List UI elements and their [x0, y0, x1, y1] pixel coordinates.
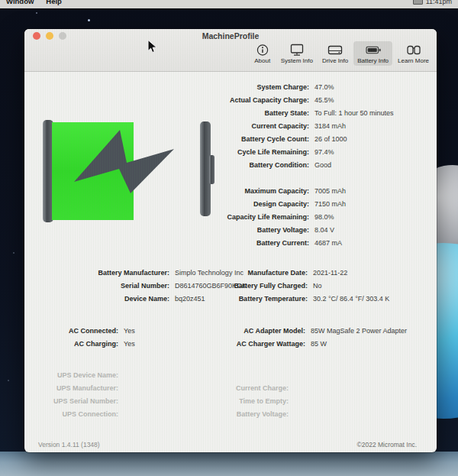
battery-terminal-nub [209, 155, 214, 184]
field-value: 26 of 1000 [314, 135, 347, 143]
field-label: Manufacture Date: [229, 269, 308, 277]
battery-details-section: Battery Manufacturer:Simplo Technology I… [24, 266, 437, 305]
field-label: Battery Voltage: [24, 226, 309, 234]
field-row: Manufacture Date:2021-11-22 [229, 266, 389, 279]
battery-left-cap [43, 120, 53, 222]
field-label: AC Connected: [24, 327, 118, 335]
field-row: Battery Voltage: [214, 407, 294, 420]
menu-item-window[interactable]: Window [6, 0, 34, 5]
toolbar-item-battery-info[interactable]: Battery Info [353, 41, 392, 66]
ac-right: AC Adapter Model:85W MagSafe 2 Power Ada… [214, 324, 407, 350]
version-text: Version 1.4.11 (1348) [38, 441, 100, 448]
field-row: AC Adapter Model:85W MagSafe 2 Power Ada… [214, 324, 407, 337]
field-row: Battery State:To Full: 1 hour 50 minutes [24, 106, 437, 119]
menubar-clock[interactable]: 11:41pm [426, 0, 452, 5]
field-row: AC Charger Wattage:85 W [214, 337, 407, 350]
field-label: AC Charger Wattage: [214, 340, 305, 348]
field-value: 45.5% [314, 96, 334, 104]
binoculars-icon [405, 44, 423, 57]
field-label: Battery Fully Charged: [229, 282, 308, 290]
field-value: bq20z451 [175, 295, 205, 303]
battery-status-icon[interactable] [413, 0, 423, 5]
field-row: System Charge:47.0% [24, 80, 437, 93]
field-label: Battery Current: [24, 239, 309, 247]
field-label: Device Name: [24, 295, 169, 303]
field-row: Current Charge: [214, 381, 294, 394]
field-value: No [313, 282, 322, 290]
field-row: Battery Fully Charged:No [229, 279, 389, 292]
window-header[interactable]: MachineProfile AboutSystem InfoDrive Inf… [24, 29, 437, 72]
field-label: UPS Serial Number: [24, 397, 118, 405]
field-row: Battery Current:4687 mA [24, 236, 437, 249]
field-label: AC Charging: [24, 340, 118, 348]
field-value: 7150 mAh [314, 200, 346, 208]
field-label: AC Adapter Model: [214, 327, 305, 335]
field-label: UPS Manufacturer: [24, 384, 118, 392]
battery-right-cap [200, 121, 211, 216]
toolbar-item-learn-more[interactable]: Learn More [394, 41, 433, 66]
field-label: Time to Empty: [214, 397, 289, 405]
field-row: Time to Empty: [214, 394, 294, 407]
field-label: UPS Device Name: [24, 371, 118, 379]
machineprofile-window: MachineProfile AboutSystem InfoDrive Inf… [24, 29, 437, 452]
star [8, 380, 9, 381]
toolbar-item-about[interactable]: About [250, 41, 276, 66]
field-row: UPS Device Name: [24, 368, 437, 381]
field-value: 97.4% [314, 148, 334, 156]
toolbar-item-label: System Info [281, 57, 313, 64]
toolbar-item-label: Learn More [398, 57, 429, 64]
field-value: 3184 mAh [314, 122, 346, 130]
field-value: 4687 mA [314, 239, 342, 247]
field-label: Serial Number: [24, 282, 169, 290]
field-value: 85W MagSafe 2 Power Adapter [311, 327, 407, 335]
field-label: System Charge: [24, 83, 309, 91]
field-label: Battery Temperature: [229, 295, 308, 303]
field-value: 30.2 °C/ 86.4 °F/ 303.4 K [313, 295, 389, 303]
field-label: Actual Capacity Charge: [24, 96, 309, 104]
menu-bar: Window Help 11:41pm [0, 0, 458, 8]
field-row: Actual Capacity Charge:45.5% [24, 93, 437, 106]
toolbar-item-drive-info[interactable]: Drive Info [318, 41, 352, 66]
wallpaper-haze [0, 452, 458, 476]
battery-icon [364, 44, 382, 57]
star [36, 12, 37, 14]
field-label: Battery State: [24, 109, 309, 117]
display-icon [288, 44, 306, 57]
field-value: Yes [124, 327, 135, 335]
toolbar-item-label: About [254, 57, 270, 64]
star [13, 252, 15, 254]
field-value: Good [314, 161, 331, 169]
field-row: Battery Temperature:30.2 °C/ 86.4 °F/ 30… [229, 292, 389, 305]
field-label: Current Charge: [214, 384, 289, 392]
toolbar-item-label: Drive Info [322, 57, 348, 64]
battery-details-right: Manufacture Date:2021-11-22Battery Fully… [229, 266, 389, 305]
field-label: Battery Manufacturer: [24, 269, 169, 277]
field-value: 98.0% [314, 213, 334, 221]
drive-icon [326, 44, 344, 57]
toolbar-item-label: Battery Info [357, 57, 389, 64]
ups-section: UPS Device Name:UPS Manufacturer:UPS Ser… [24, 368, 437, 420]
field-label: UPS Connection: [24, 410, 118, 418]
window-title: MachineProfile [24, 31, 437, 40]
field-value: 47.0% [314, 83, 334, 91]
toolbar: AboutSystem InfoDrive InfoBattery InfoLe… [250, 41, 433, 66]
menu-item-help[interactable]: Help [46, 0, 62, 5]
copyright-text: ©2022 Micromat Inc. [356, 441, 417, 448]
window-footer: Version 1.4.11 (1348) ©2022 Micromat Inc… [38, 441, 417, 448]
star [88, 19, 90, 21]
info-icon [253, 44, 272, 57]
mouse-cursor [147, 40, 157, 57]
battery-charging-graphic [40, 118, 216, 225]
field-value: 85 W [311, 340, 327, 348]
field-value: 8.04 V [314, 226, 334, 234]
field-value: To Full: 1 hour 50 minutes [314, 109, 394, 117]
toolbar-item-system-info[interactable]: System Info [277, 41, 317, 66]
field-value: Yes [124, 340, 135, 348]
ac-power-section: AC Connected:YesAC Charging:Yes AC Adapt… [24, 324, 437, 350]
ups-right: Current Charge:Time to Empty:Battery Vol… [214, 381, 294, 420]
field-label: Battery Voltage: [214, 410, 289, 418]
field-value: 2021-11-22 [313, 269, 347, 277]
field-value: 7005 mAh [314, 187, 346, 195]
